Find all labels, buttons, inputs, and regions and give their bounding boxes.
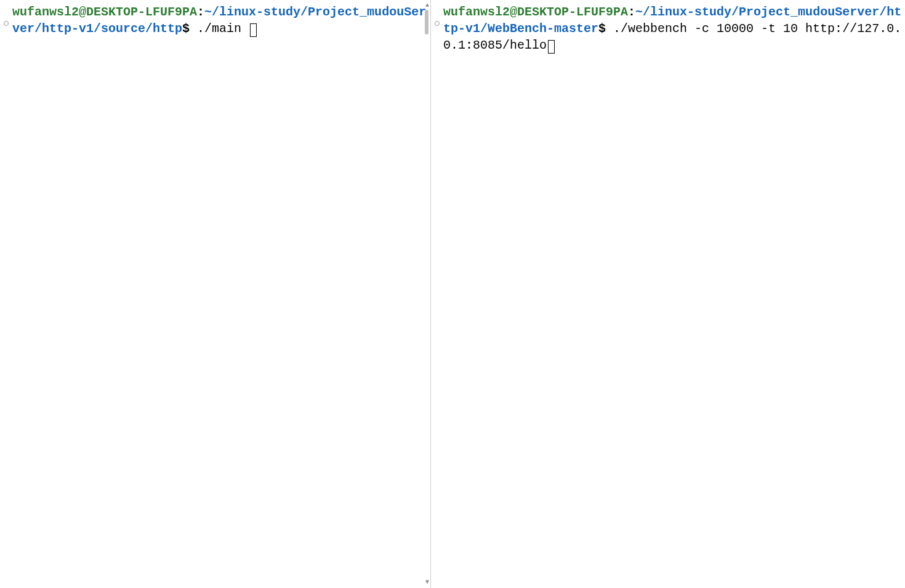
prompt-dollar: $: [598, 22, 606, 36]
gutter-right: [431, 0, 443, 588]
scroll-up-icon[interactable]: ▲: [425, 2, 429, 9]
cursor-icon: [548, 40, 555, 54]
scrollbar-thumb[interactable]: [425, 10, 428, 34]
gutter-left: [0, 0, 12, 588]
prompt-dollar: $: [182, 22, 190, 36]
modified-indicator-icon: [435, 21, 440, 26]
prompt-colon: :: [628, 5, 635, 19]
terminal-content-right[interactable]: wufanwsl2@DESKTOP-LFUF9PA:~/linux-study/…: [431, 0, 905, 57]
cursor-icon: [250, 23, 257, 37]
scrollbar-left[interactable]: ▲ ▼: [422, 0, 430, 588]
prompt-colon: :: [197, 5, 204, 19]
scroll-down-icon[interactable]: ▼: [425, 579, 429, 586]
terminal-pane-right[interactable]: wufanwsl2@DESKTOP-LFUF9PA:~/linux-study/…: [431, 0, 905, 588]
prompt-user-host: wufanwsl2@DESKTOP-LFUF9PA: [443, 5, 628, 19]
modified-indicator-icon: [4, 21, 9, 26]
prompt-user-host: wufanwsl2@DESKTOP-LFUF9PA: [12, 5, 197, 19]
terminal-pane-left[interactable]: wufanwsl2@DESKTOP-LFUF9PA:~/linux-study/…: [0, 0, 431, 588]
command-text: ./main: [190, 22, 249, 36]
terminal-content-left[interactable]: wufanwsl2@DESKTOP-LFUF9PA:~/linux-study/…: [0, 0, 430, 41]
